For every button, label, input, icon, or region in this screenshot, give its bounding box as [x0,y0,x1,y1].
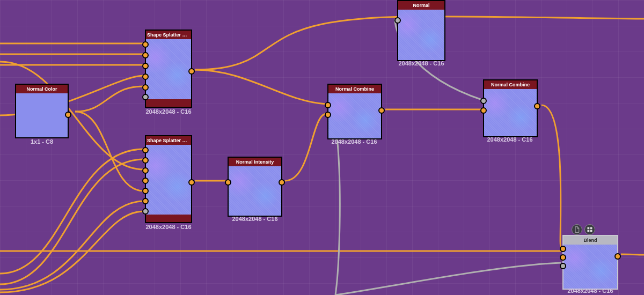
input-port[interactable] [560,263,566,269]
node-preview [328,93,381,138]
node-preview [16,93,68,137]
input-port[interactable] [142,63,149,69]
input-port[interactable] [225,179,231,186]
output-port[interactable] [534,103,540,109]
input-port[interactable] [142,94,149,100]
input-port[interactable] [394,17,401,24]
input-port[interactable] [142,167,149,174]
palette-icon[interactable] [584,224,595,235]
output-port[interactable] [279,179,285,186]
input-port[interactable] [142,208,149,215]
input-port[interactable] [142,41,149,48]
node-caption: 2048x2048 - C16 [322,138,386,145]
input-port[interactable] [560,254,566,261]
input-port[interactable] [142,73,149,80]
node-preview [398,10,444,60]
input-port[interactable] [480,107,487,114]
node-title: Shape Splatter Blend C... [146,31,191,39]
graph-canvas[interactable] [0,0,644,295]
node-shape-splatter-1[interactable]: Shape Splatter Blend C... [145,30,192,108]
document-icon[interactable] [572,224,582,235]
node-normal-color[interactable]: Normal Color [15,84,69,138]
node-normal-combine-1[interactable]: Normal Combine [327,84,382,139]
node-normal[interactable]: Normal [397,0,445,61]
node-title: Normal Intensity [229,158,281,166]
node-caption: 2048x2048 - C16 [558,287,623,294]
svg-rect-3 [590,230,592,232]
node-footer [146,215,191,222]
node-blend[interactable]: Blend [562,235,618,290]
output-port[interactable] [378,107,385,114]
node-normal-intensity[interactable]: Normal Intensity [228,157,282,217]
node-title: Normal [398,1,444,10]
node-caption: 2048x2048 - C16 [389,60,453,67]
output-port[interactable] [65,112,71,118]
node-footer [146,99,191,107]
input-port[interactable] [142,52,149,58]
node-caption: 2048x2048 - C16 [136,224,201,230]
node-title: Shape Splatter Blend C... [146,136,191,145]
input-port[interactable] [480,98,487,104]
node-title: Normal Color [16,85,68,93]
output-port[interactable] [188,179,195,186]
output-port[interactable] [188,68,195,75]
node-preview [484,89,537,136]
node-normal-combine-2[interactable]: Normal Combine [483,79,538,137]
input-port[interactable] [142,188,149,194]
node-caption: 1x1 - C8 [10,138,74,145]
node-preview [146,145,191,215]
node-preview [146,39,191,99]
output-port[interactable] [614,253,621,260]
svg-rect-1 [590,227,592,230]
node-title: Normal Combine [328,85,381,93]
input-port[interactable] [142,198,149,204]
node-preview [229,166,281,216]
node-title: Blend [564,236,617,245]
input-port[interactable] [142,147,149,153]
node-caption: 2048x2048 - C16 [223,216,287,222]
node-shape-splatter-2[interactable]: Shape Splatter Blend C... [145,135,192,223]
node-title: Normal Combine [484,80,537,89]
input-port[interactable] [325,102,331,108]
svg-rect-2 [588,230,590,232]
input-port[interactable] [325,112,331,118]
input-port[interactable] [142,178,149,184]
svg-rect-0 [588,227,590,230]
input-port[interactable] [142,157,149,164]
node-caption: 2048x2048 - C16 [136,108,201,115]
input-port[interactable] [142,84,149,91]
node-caption: 2048x2048 - C16 [478,136,542,143]
node-preview [564,245,617,289]
input-port[interactable] [560,246,566,252]
